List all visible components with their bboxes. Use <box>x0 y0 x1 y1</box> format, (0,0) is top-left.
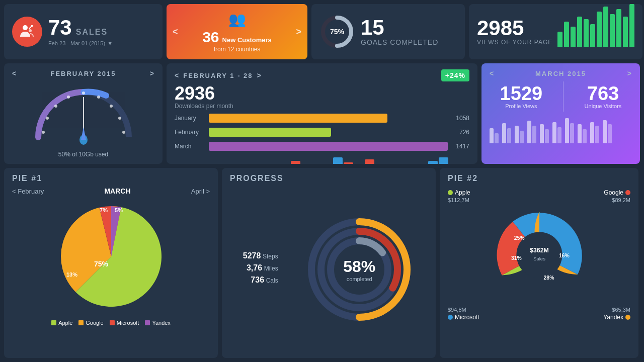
pie2-legend-bottom: $94,8M Microsoft $65,3M Yandex <box>448 305 630 323</box>
pie1-nav: < February MARCH April > <box>12 187 210 195</box>
svg-text:16%: 16% <box>558 253 569 258</box>
steps-stat: 5278 Steps <box>243 251 278 260</box>
views-bar <box>597 12 602 47</box>
dl-bar-fill <box>209 114 387 123</box>
svg-point-8 <box>82 92 85 95</box>
legend-google: Google <box>78 320 103 326</box>
svg-text:28%: 28% <box>543 275 554 281</box>
svg-point-10 <box>110 105 113 108</box>
customers-text: New Customers <box>222 36 272 44</box>
progress-donut: 58% completed <box>304 214 415 325</box>
dl-bar-wrap <box>209 114 448 123</box>
dl-row: March1417 <box>175 142 469 151</box>
march-bar-right <box>532 126 536 143</box>
cals-stat: 736 Cals <box>243 276 278 285</box>
microsoft-dot <box>110 320 115 325</box>
march-bar-right <box>595 126 599 143</box>
customers-next-btn[interactable]: > <box>296 27 301 37</box>
dl-month-label: March <box>175 143 205 150</box>
svg-point-0 <box>23 25 28 30</box>
dl-small-bar <box>428 161 438 164</box>
gauge-card: < FEBRUARY 2015 > <box>4 63 163 164</box>
march-bar-left <box>490 128 494 143</box>
dashboard: 73 SALES Feb 23 - Mar 01 (2015) ▼ < 👥 36… <box>0 0 644 362</box>
sales-number: 73 <box>48 17 72 38</box>
dl-small-bar <box>291 161 300 164</box>
pie1-prev-btn[interactable]: < February <box>12 188 44 195</box>
views-content: 2985 VIEWS OF YOUR PAGE <box>477 18 552 46</box>
customers-content: 👥 36 New Customers from 12 countries <box>178 11 296 53</box>
downloads-card: < FEBRUARY 1 - 28 > +24% 2936 Downloads … <box>167 63 477 164</box>
miles-stat: 3,76 Miles <box>243 263 278 273</box>
downloads-label: Downloads per month <box>175 103 469 110</box>
row3: PIE #1 < February MARCH April > 75% <box>4 168 642 358</box>
march-bar-right <box>557 127 561 143</box>
legend-microsoft: Microsoft <box>110 320 139 326</box>
svg-text:13%: 13% <box>66 272 77 278</box>
pie2-title: PIE #2 <box>448 174 630 183</box>
dl-bar-wrap <box>209 128 448 137</box>
gauge-next-btn[interactable]: > <box>150 69 154 77</box>
svg-text:25%: 25% <box>514 235 524 241</box>
downloads-number: 2936 <box>175 84 469 103</box>
march-bar-left <box>603 120 607 143</box>
google-legend: Google $89,2M <box>604 189 630 203</box>
march-bar-left <box>527 121 531 143</box>
donut-center: 58% completed <box>343 257 375 282</box>
sales-card: 73 SALES Feb 23 - Mar 01 (2015) ▼ <box>4 4 163 59</box>
svg-text:$362M: $362M <box>530 247 549 254</box>
google-dot2 <box>625 190 630 195</box>
pie1-card: PIE #1 < February MARCH April > 75% <box>4 168 218 358</box>
march-bar-right <box>583 129 587 143</box>
sales-date: Feb 23 - Mar 01 (2015) ▼ <box>48 40 113 46</box>
svg-point-6 <box>54 105 57 108</box>
march-bar-right <box>570 123 574 143</box>
pie1-next-btn[interactable]: April > <box>191 188 210 195</box>
profile-views-number: 1529 <box>500 84 543 103</box>
dl-bar-value: 726 <box>452 129 469 136</box>
views-bar <box>584 19 589 47</box>
gauge-title: FEBRUARY 2015 <box>50 70 116 77</box>
views-bar <box>616 9 621 47</box>
views-bar <box>564 22 569 47</box>
march-next-btn[interactable]: > <box>627 69 632 77</box>
yandex-dot <box>145 320 150 325</box>
dl-small-bar <box>333 157 343 164</box>
cals-number: 736 <box>251 276 264 284</box>
progress-center: 5278 Steps 3,76 Miles 736 Cals <box>230 187 428 352</box>
march-prev-btn[interactable]: < <box>490 69 494 77</box>
microsoft-legend: $94,8M Microsoft <box>448 307 479 321</box>
profile-views-label: Profile Views <box>500 103 543 109</box>
march-bar-right <box>495 133 499 143</box>
svg-text:7%: 7% <box>100 207 108 213</box>
pie1-legend: Apple Google Microsoft Yandex <box>12 320 210 326</box>
svg-point-5 <box>46 117 49 120</box>
gauge-prev-btn[interactable]: < <box>12 69 17 77</box>
march-card: < MARCH 2015 > 1529 Profile Views 763 Un… <box>481 63 640 164</box>
svg-point-12 <box>122 131 125 134</box>
row1: 73 SALES Feb 23 - Mar 01 (2015) ▼ < 👥 36… <box>4 4 642 59</box>
march-bar-right <box>520 131 524 143</box>
downloads-next-btn[interactable]: > <box>257 71 262 79</box>
dl-bar-value: 1417 <box>452 143 469 150</box>
apple-legend: Apple $112,7M <box>448 189 470 203</box>
steps-unit: Steps <box>263 253 278 260</box>
customers-prev-btn[interactable]: < <box>173 27 178 37</box>
downloads-prev-btn[interactable]: < <box>175 71 179 79</box>
march-bar-left <box>552 122 556 143</box>
progress-card: PROGRESS 5278 Steps 3,76 Miles 736 Cals <box>222 168 436 358</box>
views-bar <box>603 7 608 47</box>
march-bar-left <box>590 122 594 143</box>
dl-bar-fill <box>209 128 331 137</box>
apple-dot2 <box>448 190 453 195</box>
march-bar-left <box>578 124 582 143</box>
progress-stats: 5278 Steps 3,76 Miles 736 Cals <box>243 251 278 288</box>
dl-bar-fill <box>209 142 448 151</box>
svg-text:31%: 31% <box>511 255 521 261</box>
donut-sub: completed <box>343 276 375 282</box>
customers-card: < 👥 36 New Customers from 12 countries > <box>167 4 307 59</box>
legend-yandex: Yandex <box>145 320 171 326</box>
views-label: VIEWS OF YOUR PAGE <box>477 39 552 46</box>
dl-small-bar <box>365 159 374 164</box>
gauge-container <box>12 80 154 149</box>
